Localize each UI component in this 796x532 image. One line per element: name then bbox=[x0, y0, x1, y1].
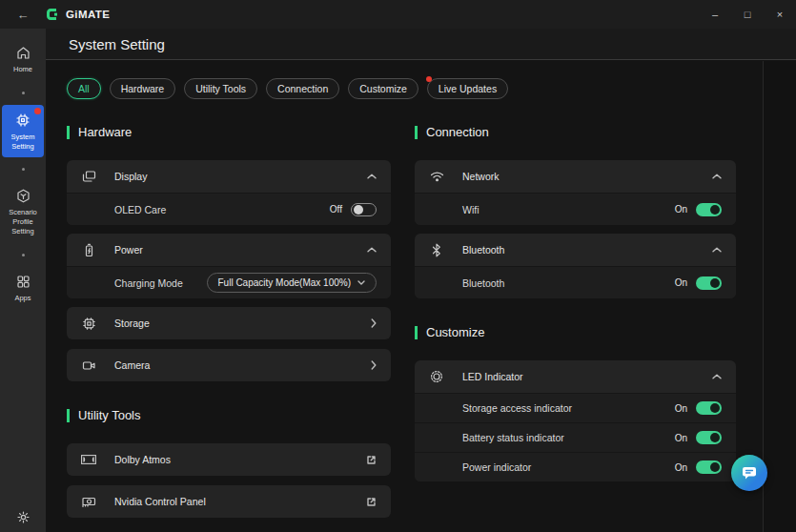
row-label: OLED Care bbox=[114, 204, 166, 215]
window-controls: – □ × bbox=[699, 0, 796, 29]
tab-label: Live Updates bbox=[439, 83, 497, 94]
card-title: Camera bbox=[114, 359, 150, 371]
section-accent-bar bbox=[67, 409, 70, 422]
chevron-down-icon bbox=[357, 280, 365, 285]
sidebar: Home System Setting Scenario Profile Set… bbox=[0, 29, 46, 532]
power-indicator-row: Power indicator On bbox=[415, 452, 736, 481]
sidebar-item-home[interactable]: Home bbox=[2, 38, 44, 81]
toggle-state-label: Off bbox=[330, 204, 342, 215]
tab-utility-tools[interactable]: Utility Tools bbox=[184, 78, 257, 99]
storage-card-header[interactable]: Storage bbox=[67, 307, 391, 339]
power-card: Power Charging Mode Full Capacity Mode(M… bbox=[67, 234, 391, 298]
app-title: GiMATE bbox=[66, 9, 110, 20]
row-label: Charging Mode bbox=[114, 277, 183, 289]
toggle-state-label: On bbox=[675, 277, 687, 288]
right-column: Connection Network bbox=[415, 125, 736, 490]
chevron-right-icon bbox=[371, 360, 377, 370]
charging-mode-row: Charging Mode Full Capacity Mode(Max 100… bbox=[67, 266, 391, 298]
display-card-header[interactable]: Display bbox=[67, 160, 391, 193]
row-label: Storage access indicator bbox=[462, 402, 572, 414]
sidebar-item-label: System Setting bbox=[2, 133, 44, 152]
oled-care-toggle[interactable] bbox=[351, 203, 377, 216]
network-card-header[interactable]: Network bbox=[415, 160, 736, 193]
sidebar-item-scenario-profile[interactable]: Scenario Profile Setting bbox=[2, 181, 44, 242]
battery-status-indicator-row: Battery status indicator On bbox=[415, 422, 736, 452]
sidebar-item-label: Scenario Profile Setting bbox=[2, 208, 44, 235]
chip-icon bbox=[15, 113, 31, 128]
card-title: Dolby Atmos bbox=[114, 454, 171, 465]
back-button[interactable]: ← bbox=[0, 8, 46, 22]
maximize-button[interactable]: □ bbox=[731, 0, 764, 29]
sidebar-item-system-setting[interactable]: System Setting bbox=[2, 105, 44, 158]
sidebar-divider-dot bbox=[22, 254, 25, 256]
charging-mode-dropdown[interactable]: Full Capacity Mode(Max 100%) bbox=[207, 273, 378, 293]
right-margin-strip bbox=[763, 61, 796, 532]
section-title: Connection bbox=[426, 125, 489, 139]
left-column: Hardware Display OLED Care bbox=[67, 125, 391, 526]
sidebar-item-label: Apps bbox=[14, 294, 31, 303]
toggle-state-label: On bbox=[675, 462, 687, 473]
home-icon bbox=[16, 46, 31, 60]
chat-support-button[interactable] bbox=[731, 455, 767, 491]
sidebar-divider-dot bbox=[22, 92, 25, 94]
section-accent-bar bbox=[415, 326, 418, 339]
tab-all[interactable]: All bbox=[67, 78, 101, 99]
dolby-icon bbox=[81, 455, 96, 464]
main-area: System Setting All Hardware Utility Tool… bbox=[46, 29, 796, 532]
apps-grid-icon bbox=[16, 275, 31, 289]
nvidia-control-panel-card: Nvidia Control Panel bbox=[67, 485, 391, 518]
section-connection: Connection bbox=[415, 125, 736, 139]
page-title: System Setting bbox=[69, 36, 165, 52]
section-title: Hardware bbox=[78, 125, 132, 139]
section-hardware: Hardware bbox=[67, 125, 391, 139]
dolby-atmos-card: Dolby Atmos bbox=[67, 443, 391, 476]
storage-access-indicator-toggle[interactable] bbox=[696, 401, 722, 415]
gimate-logo-icon bbox=[46, 8, 59, 21]
scenario-profile-icon bbox=[16, 189, 31, 203]
gear-icon bbox=[17, 511, 30, 523]
sidebar-divider-dot bbox=[22, 168, 25, 171]
chevron-up-icon bbox=[712, 174, 722, 179]
wifi-toggle[interactable] bbox=[696, 203, 722, 216]
camera-card-header[interactable]: Camera bbox=[67, 349, 391, 381]
network-card: Network Wifi On bbox=[415, 160, 736, 225]
card-title: Bluetooth bbox=[462, 244, 504, 256]
bluetooth-toggle[interactable] bbox=[696, 276, 722, 290]
tab-connection[interactable]: Connection bbox=[266, 78, 339, 99]
tab-hardware[interactable]: Hardware bbox=[110, 78, 176, 99]
row-label: Wifi bbox=[462, 204, 480, 215]
battery-status-indicator-toggle[interactable] bbox=[696, 431, 722, 444]
wifi-icon bbox=[430, 171, 444, 182]
app-window: ← GiMATE – □ × Home bbox=[0, 0, 796, 532]
power-card-header[interactable]: Power bbox=[67, 234, 391, 266]
card-title: Network bbox=[462, 171, 500, 182]
sidebar-item-apps[interactable]: Apps bbox=[2, 267, 44, 310]
chevron-up-icon bbox=[367, 247, 377, 253]
minimize-button[interactable]: – bbox=[699, 0, 731, 29]
card-title: LED Indicator bbox=[462, 371, 523, 382]
content-area: All Hardware Utility Tools Connection Cu… bbox=[46, 61, 763, 532]
close-button[interactable]: × bbox=[764, 0, 796, 29]
row-label: Power indicator bbox=[462, 461, 531, 473]
battery-icon bbox=[83, 243, 95, 257]
external-link-icon bbox=[366, 497, 377, 507]
section-accent-bar bbox=[67, 126, 70, 139]
led-indicator-card-header[interactable]: LED Indicator bbox=[415, 360, 736, 393]
nvidia-card-header[interactable]: Nvidia Control Panel bbox=[67, 485, 391, 518]
led-indicator-card: LED Indicator Storage access indicator O… bbox=[415, 360, 736, 481]
card-title: Nvidia Control Panel bbox=[114, 496, 206, 507]
dolby-atmos-card-header[interactable]: Dolby Atmos bbox=[67, 443, 391, 476]
oled-care-row: OLED Care Off bbox=[67, 193, 391, 225]
card-title: Power bbox=[114, 244, 143, 256]
power-indicator-toggle[interactable] bbox=[696, 460, 722, 474]
settings-gear-button[interactable] bbox=[0, 511, 46, 523]
bluetooth-card-header[interactable]: Bluetooth bbox=[415, 234, 736, 266]
titlebar: ← GiMATE – □ × bbox=[0, 0, 796, 29]
notification-badge bbox=[34, 108, 41, 114]
display-card: Display OLED Care Off bbox=[67, 160, 391, 225]
dropdown-value: Full Capacity Mode(Max 100%) bbox=[218, 277, 352, 288]
tab-live-updates[interactable]: Live Updates bbox=[427, 78, 508, 99]
row-label: Battery status indicator bbox=[462, 432, 564, 443]
page-header: System Setting bbox=[46, 29, 796, 60]
tab-customize[interactable]: Customize bbox=[348, 78, 418, 99]
